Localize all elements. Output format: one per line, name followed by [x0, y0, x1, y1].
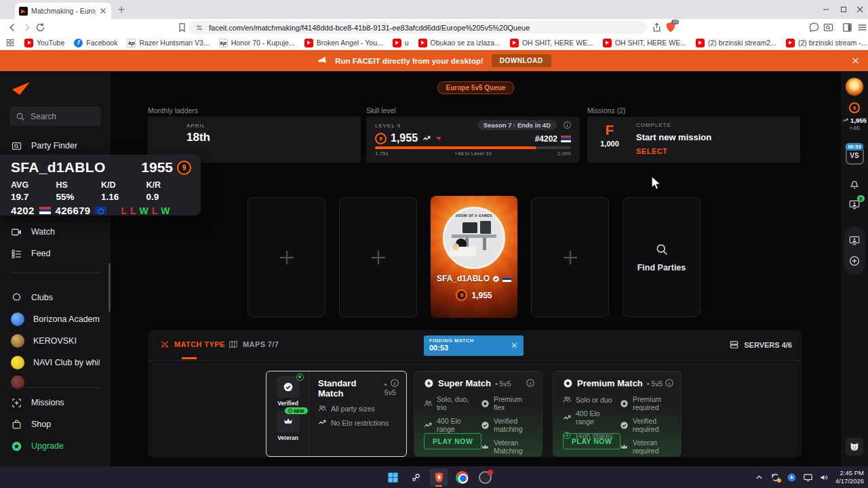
faceit-logo[interactable]: [12, 82, 30, 95]
ladder-rank: #4202: [535, 134, 557, 144]
queue-name-pill[interactable]: Europe 5v5 Queue: [437, 81, 515, 94]
banner-close-icon[interactable]: [851, 56, 860, 65]
find-parties-card[interactable]: Find Parties: [623, 197, 701, 317]
apps-grid-icon[interactable]: [5, 38, 15, 47]
bookmark-item[interactable]: YouTube: [24, 39, 64, 47]
back-button[interactable]: [7, 22, 18, 33]
tray-volume-icon[interactable]: [819, 472, 829, 483]
tab-title: Matchmaking - Europe 5v5 Que: [31, 7, 96, 15]
party-slot-empty[interactable]: [248, 197, 326, 317]
bookmark-item[interactable]: fFacebook: [74, 39, 117, 47]
search-input[interactable]: [31, 112, 92, 121]
steam-icon[interactable]: [407, 468, 425, 486]
bookmark-item[interactable]: Obukao se za izlaza...: [418, 39, 500, 47]
leo-ai-icon[interactable]: [808, 22, 820, 33]
sidebar-item-party-finder[interactable]: Party Finder: [0, 136, 111, 156]
sidebar-item-shop[interactable]: Shop: [0, 414, 111, 434]
download-button[interactable]: DOWNLOAD: [492, 54, 551, 67]
sidebar-item-club-kerovski[interactable]: KEROVSKI: [0, 331, 111, 351]
standard-match-card[interactable]: Verified NEW Veteran Standard Match • 5v…: [266, 371, 407, 457]
bookmark-item[interactable]: OH SHIT, HERE WE...: [510, 39, 593, 47]
tab-match-type[interactable]: MATCH TYPE: [160, 340, 225, 349]
reload-button[interactable]: [35, 22, 46, 33]
friends-chat-icon[interactable]: 8: [848, 199, 861, 211]
add-party-icon[interactable]: [848, 255, 861, 267]
info-icon[interactable]: [665, 378, 674, 388]
cancel-search-icon[interactable]: [511, 342, 518, 349]
tray-sync-icon[interactable]: [770, 472, 781, 483]
sidebar-item-missions[interactable]: Missions: [0, 392, 111, 413]
bookmark-item[interactable]: kpRazer Huntsman V3...: [127, 39, 209, 47]
bookmark-item[interactable]: OH SHIT, HERE WE...: [603, 39, 686, 47]
tray-display-icon[interactable]: [803, 472, 813, 483]
share-icon[interactable]: [651, 22, 663, 33]
bookmark-icon[interactable]: [176, 22, 188, 33]
sidebar-item-clubs[interactable]: Clubs: [0, 287, 111, 308]
user-avatar[interactable]: [845, 77, 864, 96]
missions-card[interactable]: F 1,000 COMPLETE Start new mission SELEC…: [587, 117, 800, 163]
sidebar-item-club-navi[interactable]: NAVI Club by whit...: [0, 352, 111, 373]
taskbar-clock[interactable]: 2:45 PM 4/17/2026: [835, 469, 864, 485]
play-now-button[interactable]: PLAY NOW: [563, 433, 620, 449]
player-avatar: ROOM OF A GAMER: [443, 207, 505, 269]
brave-shield-icon[interactable]: 13: [665, 21, 677, 33]
party-slot-empty[interactable]: [531, 197, 609, 317]
app-with-notification-icon[interactable]: [476, 468, 494, 486]
watch-together-icon[interactable]: [848, 235, 861, 247]
window-close-button[interactable]: [855, 5, 865, 14]
browser-tab[interactable]: Matchmaking - Europe 5v5 Que: [15, 3, 111, 19]
window-minimize-button[interactable]: [821, 5, 831, 14]
tooltip-player-name: SFA_d1ABLO: [11, 159, 106, 176]
super-match-card[interactable]: Super Match • 5v5 Solo, duo, trio 400 El…: [414, 371, 542, 457]
sidebar-item-club-partial[interactable]: [0, 372, 111, 392]
premium-match-card[interactable]: Premium Match • 5v5 Solo or duo 400 Elo …: [553, 371, 682, 457]
sidebar-item-feed[interactable]: Feed: [0, 243, 111, 264]
party-slot-empty[interactable]: [339, 197, 417, 317]
skill-level-card[interactable]: LEVEL 9 Season 7 · Ends in 4D 9 1,955 #4…: [366, 117, 580, 163]
reading-mode-icon[interactable]: [842, 22, 853, 33]
tray-download-icon[interactable]: [787, 472, 797, 483]
window-maximize-button[interactable]: [839, 5, 848, 14]
start-button[interactable]: [384, 468, 401, 486]
address-bar[interactable]: faceit.com/en/matchmaking/f4148ddd-bce8-…: [189, 21, 647, 34]
tray-chevron-icon[interactable]: [754, 472, 764, 483]
bookmark-item[interactable]: kpHonor 70 - Kupuje...: [219, 39, 295, 47]
play-now-button[interactable]: PLAY NOW: [424, 433, 481, 449]
bookmark-item[interactable]: u: [393, 39, 409, 47]
bookmark-label: Broken Angel - You...: [317, 39, 383, 47]
search-box[interactable]: [9, 106, 101, 126]
bookmark-label: Razer Huntsman V3...: [139, 39, 209, 47]
tab-servers[interactable]: SERVERS 4/6: [729, 340, 792, 350]
notifications-bell-icon[interactable]: [848, 178, 861, 190]
sidebar-item-club-borizona[interactable]: Borizona Academy: [0, 309, 111, 329]
brave-browser-icon[interactable]: [430, 468, 448, 486]
mission-select-button[interactable]: SELECT: [636, 147, 711, 155]
chrome-icon[interactable]: [453, 468, 471, 486]
info-icon[interactable]: [526, 378, 535, 388]
url-text[interactable]: faceit.com/en/matchmaking/f4148ddd-bce8-…: [209, 24, 530, 32]
result-letter: W: [140, 205, 149, 216]
sidebar-item-watch[interactable]: Watch: [0, 222, 111, 242]
recent-results: L L W L W: [121, 205, 170, 216]
tab-label: MATCH TYPE: [174, 340, 225, 348]
serbia-flag-icon: [39, 207, 51, 214]
bookmark-item[interactable]: (2) brzinski stream -...: [786, 39, 867, 47]
forward-button[interactable]: [21, 22, 33, 33]
new-tab-button[interactable]: [117, 5, 126, 14]
active-match-button[interactable]: 00:53 VS: [846, 146, 864, 165]
tab-close-icon[interactable]: [99, 7, 107, 15]
veteran-toggle[interactable]: NEW Veteran: [271, 411, 305, 441]
country-rank: 4202: [11, 205, 35, 216]
browser-menu-icon[interactable]: [856, 22, 868, 33]
tab-maps[interactable]: MAPS 7/7: [229, 340, 279, 349]
sidebar-item-upgrade[interactable]: Upgrade: [0, 436, 111, 456]
verified-toggle[interactable]: Verified: [271, 376, 305, 407]
party-player-card[interactable]: ROOM OF A GAMER SFA_d1ABLO 9 1,955: [431, 196, 517, 318]
bookmark-item[interactable]: (2) brzinski stream2...: [696, 39, 776, 47]
sidebar-panel-icon[interactable]: [823, 22, 834, 33]
info-icon[interactable]: [390, 378, 399, 388]
info-icon[interactable]: [563, 121, 572, 129]
pet-widget[interactable]: [846, 438, 863, 455]
bookmark-item[interactable]: Broken Angel - You...: [304, 39, 383, 47]
site-settings-icon[interactable]: [195, 24, 203, 32]
